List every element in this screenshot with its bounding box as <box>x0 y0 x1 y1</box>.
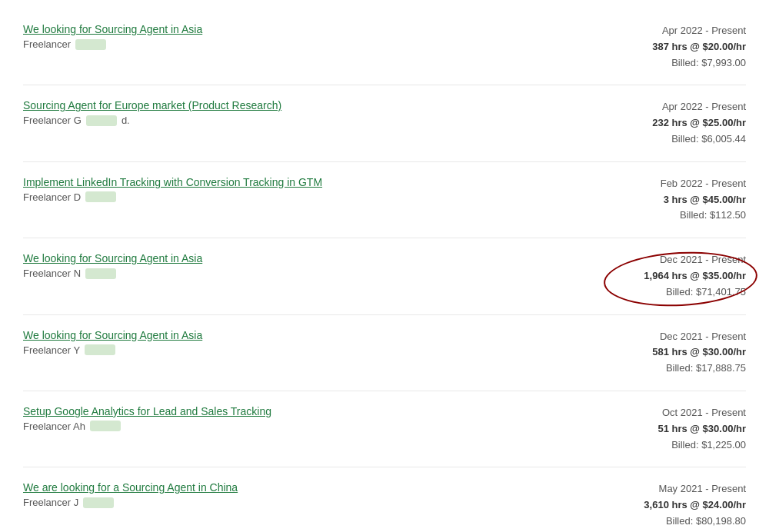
freelancer-info: Freelancer Y <box>23 344 577 356</box>
job-right-5: Dec 2021 - Present581 hrs @ $30.00/hrBil… <box>608 329 746 377</box>
job-billed: Billed: $112.50 <box>608 208 746 224</box>
freelancer-info: Freelancer Gd. <box>23 115 577 126</box>
job-item: Implement LinkedIn Tracking with Convers… <box>23 162 746 238</box>
freelancer-name: Freelancer N <box>23 268 81 279</box>
freelancer-name: Freelancer D <box>23 191 81 203</box>
job-hours-rate: 581 hrs @ $30.00/hr <box>608 344 746 361</box>
job-right-7: May 2021 - Present3,610 hrs @ $24.00/hrB… <box>608 481 746 529</box>
freelancer-avatar-blur <box>85 191 116 202</box>
job-right-1: Apr 2022 - Present387 hrs @ $20.00/hrBil… <box>608 23 746 71</box>
freelancer-name: Freelancer G <box>23 115 82 126</box>
freelancer-name: Freelancer Ah <box>23 421 85 432</box>
job-title-link[interactable]: We looking for Sourcing Agent in Asia <box>23 329 202 341</box>
job-left-1: We looking for Sourcing Agent in AsiaFre… <box>23 23 608 50</box>
job-billed: Billed: $17,888.75 <box>608 361 746 377</box>
job-left-6: Setup Google Analytics for Lead and Sale… <box>23 405 608 432</box>
job-billed: Billed: $7,993.00 <box>608 55 746 71</box>
freelancer-avatar-blur <box>90 421 121 431</box>
job-billed: Billed: $1,225.00 <box>608 437 746 454</box>
freelancer-info: Freelancer J <box>23 497 577 508</box>
job-date-range: Apr 2022 - Present <box>608 23 746 39</box>
job-left-5: We looking for Sourcing Agent in AsiaFre… <box>23 329 608 356</box>
freelancer-avatar-blur <box>83 497 114 508</box>
job-item: Sourcing Agent for Europe market (Produc… <box>23 85 746 161</box>
job-title-link[interactable]: We are looking for a Sourcing Agent in C… <box>23 481 238 494</box>
job-right-3: Feb 2022 - Present3 hrs @ $45.00/hrBille… <box>608 176 746 224</box>
job-title-link[interactable]: Implement LinkedIn Tracking with Convers… <box>23 176 322 188</box>
job-hours-rate: 3 hrs @ $45.00/hr <box>608 192 746 208</box>
job-title-link[interactable]: Sourcing Agent for Europe market (Produc… <box>23 99 281 111</box>
job-right-6: Oct 2021 - Present51 hrs @ $30.00/hrBill… <box>608 405 746 453</box>
freelancer-name-suffix: d. <box>122 115 130 126</box>
freelancer-name: Freelancer J <box>23 497 78 508</box>
job-hours-rate: 3,610 hrs @ $24.00/hr <box>608 497 746 514</box>
job-left-7: We are looking for a Sourcing Agent in C… <box>23 481 608 508</box>
job-right-4: Dec 2021 - Present1,964 hrs @ $35.00/hrB… <box>608 252 746 300</box>
job-list: We looking for Sourcing Agent in AsiaFre… <box>23 15 746 532</box>
job-left-2: Sourcing Agent for Europe market (Produc… <box>23 99 608 126</box>
job-date-range: Oct 2021 - Present <box>608 405 746 421</box>
job-item: We looking for Sourcing Agent in AsiaFre… <box>23 315 746 391</box>
freelancer-info: Freelancer Ah <box>23 421 577 432</box>
freelancer-avatar-blur <box>86 115 117 126</box>
job-left-3: Implement LinkedIn Tracking with Convers… <box>23 176 608 203</box>
job-item: We looking for Sourcing Agent in AsiaFre… <box>23 238 746 314</box>
job-item: Setup Google Analytics for Lead and Sale… <box>23 391 746 467</box>
freelancer-info: Freelancer <box>23 38 577 50</box>
job-date-range: May 2021 - Present <box>608 481 746 497</box>
job-item: We looking for Sourcing Agent in AsiaFre… <box>23 15 746 85</box>
job-date-range: Dec 2021 - Present <box>608 252 746 268</box>
job-title-link[interactable]: We looking for Sourcing Agent in Asia <box>23 23 202 35</box>
freelancer-info: Freelancer D <box>23 191 577 203</box>
job-hours-rate: 232 hrs @ $25.00/hr <box>608 115 746 131</box>
job-title-link[interactable]: Setup Google Analytics for Lead and Sale… <box>23 405 271 417</box>
job-date-range: Apr 2022 - Present <box>608 99 746 115</box>
job-billed: Billed: $71,401.75 <box>608 284 746 301</box>
job-hours-rate: 387 hrs @ $20.00/hr <box>608 39 746 55</box>
freelancer-avatar-blur <box>85 344 115 355</box>
job-title-link[interactable]: We looking for Sourcing Agent in Asia <box>23 252 202 264</box>
job-item: We are looking for a Sourcing Agent in C… <box>23 467 746 532</box>
job-hours-rate: 1,964 hrs @ $35.00/hr <box>608 268 746 284</box>
job-date-range: Feb 2022 - Present <box>608 176 746 192</box>
job-right-2: Apr 2022 - Present232 hrs @ $25.00/hrBil… <box>608 99 746 147</box>
job-hours-rate: 51 hrs @ $30.00/hr <box>608 421 746 437</box>
freelancer-info: Freelancer N <box>23 268 577 279</box>
freelancer-avatar-blur <box>75 39 106 50</box>
freelancer-name: Freelancer Y <box>23 344 80 356</box>
job-billed: Billed: $6,005.44 <box>608 131 746 148</box>
job-left-4: We looking for Sourcing Agent in AsiaFre… <box>23 252 608 279</box>
job-billed: Billed: $80,198.80 <box>608 514 746 530</box>
freelancer-name: Freelancer <box>23 38 71 50</box>
freelancer-avatar-blur <box>85 268 116 279</box>
job-date-range: Dec 2021 - Present <box>608 329 746 345</box>
